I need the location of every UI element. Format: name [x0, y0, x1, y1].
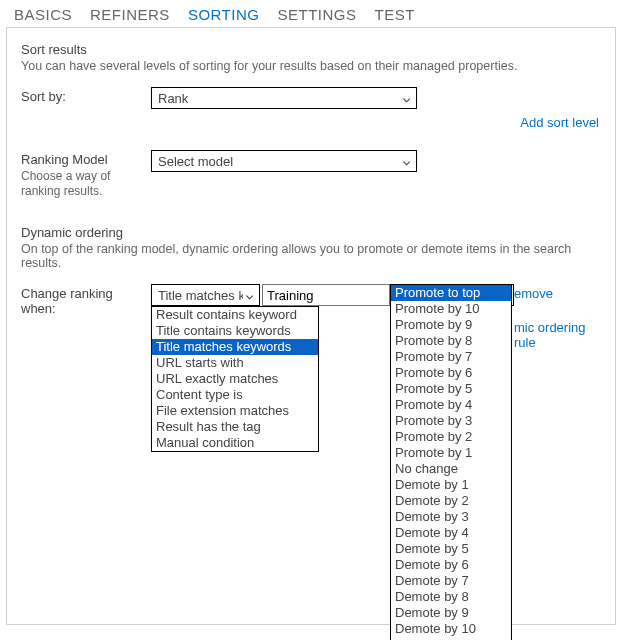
action-option[interactable]: Promote by 1 — [391, 445, 511, 461]
sorting-panel: Sort results You can have several levels… — [6, 27, 616, 625]
action-option[interactable]: Promote by 2 — [391, 429, 511, 445]
action-option[interactable]: Promote by 3 — [391, 413, 511, 429]
condition-option[interactable]: Title contains keywords — [152, 323, 318, 339]
action-option[interactable]: Demote by 7 — [391, 573, 511, 589]
sort-by-select[interactable]: Rank ⌵ — [151, 87, 417, 109]
tab-bar: BASICS REFINERS SORTING SETTINGS TEST — [0, 0, 622, 27]
ranking-model-sub: Choose a way of ranking results. — [21, 169, 151, 199]
action-option[interactable]: Demote by 8 — [391, 589, 511, 605]
condition-select[interactable]: Title matches ke ⌵ — [151, 284, 260, 306]
chevron-down-icon: ⌵ — [398, 91, 414, 105]
action-option[interactable]: Promote by 5 — [391, 381, 511, 397]
add-sort-level-link[interactable]: Add sort level — [520, 115, 599, 130]
condition-option[interactable]: Result has the tag — [152, 419, 318, 435]
tab-sorting[interactable]: SORTING — [188, 6, 260, 23]
condition-option[interactable]: URL exactly matches — [152, 371, 318, 387]
sort-by-label: Sort by: — [21, 87, 151, 104]
action-option[interactable]: Demote by 2 — [391, 493, 511, 509]
action-option[interactable]: Promote by 10 — [391, 301, 511, 317]
action-option[interactable]: Demote by 9 — [391, 605, 511, 621]
condition-option[interactable]: Manual condition — [152, 435, 318, 451]
condition-option[interactable]: Result contains keyword — [152, 307, 318, 323]
action-option[interactable]: Demote by 6 — [391, 557, 511, 573]
condition-option[interactable]: Title matches keywords — [152, 339, 318, 355]
change-ranking-label: Change ranking when: — [21, 286, 151, 316]
sort-by-value: Rank — [158, 91, 188, 106]
tab-refiners[interactable]: REFINERS — [90, 6, 170, 23]
tab-basics[interactable]: BASICS — [14, 6, 72, 23]
condition-option[interactable]: URL starts with — [152, 355, 318, 371]
action-option[interactable]: Promote by 6 — [391, 365, 511, 381]
action-option[interactable]: Demote by 3 — [391, 509, 511, 525]
action-option[interactable]: Promote by 4 — [391, 397, 511, 413]
condition-option[interactable]: Content type is — [152, 387, 318, 403]
ranking-model-select[interactable]: Select model ⌵ — [151, 150, 417, 172]
action-option[interactable]: Demote by 4 — [391, 525, 511, 541]
ranking-model-label: Ranking Model — [21, 152, 151, 167]
action-dropdown-list[interactable]: Promote to topPromote by 10Promote by 9P… — [390, 284, 512, 640]
condition-value: Title matches ke — [158, 288, 243, 303]
dynamic-ordering-desc: On top of the ranking model, dynamic ord… — [21, 242, 601, 270]
add-ordering-rule-link[interactable]: mic ordering rule — [514, 320, 601, 350]
action-option[interactable]: Demote by 5 — [391, 541, 511, 557]
dynamic-ordering-title: Dynamic ordering — [21, 225, 601, 240]
action-option[interactable]: Promote by 8 — [391, 333, 511, 349]
remove-rule-link[interactable]: emove — [514, 286, 553, 301]
sort-results-title: Sort results — [21, 42, 601, 57]
condition-dropdown-list[interactable]: Result contains keywordTitle contains ke… — [151, 306, 319, 452]
condition-option[interactable]: File extension matches — [152, 403, 318, 419]
action-option[interactable]: Demote by 1 — [391, 477, 511, 493]
condition-text-input[interactable] — [262, 284, 390, 306]
tab-test[interactable]: TEST — [374, 6, 414, 23]
action-option[interactable]: Promote by 7 — [391, 349, 511, 365]
action-option[interactable]: Promote to top — [391, 285, 511, 301]
action-option[interactable]: Demote by 10 — [391, 621, 511, 637]
sort-results-desc: You can have several levels of sorting f… — [21, 59, 601, 73]
action-option[interactable]: Promote by 9 — [391, 317, 511, 333]
tab-settings[interactable]: SETTINGS — [277, 6, 356, 23]
chevron-down-icon: ⌵ — [398, 154, 414, 168]
action-option[interactable]: No change — [391, 461, 511, 477]
ranking-model-value: Select model — [158, 154, 233, 169]
chevron-down-icon: ⌵ — [243, 288, 257, 302]
